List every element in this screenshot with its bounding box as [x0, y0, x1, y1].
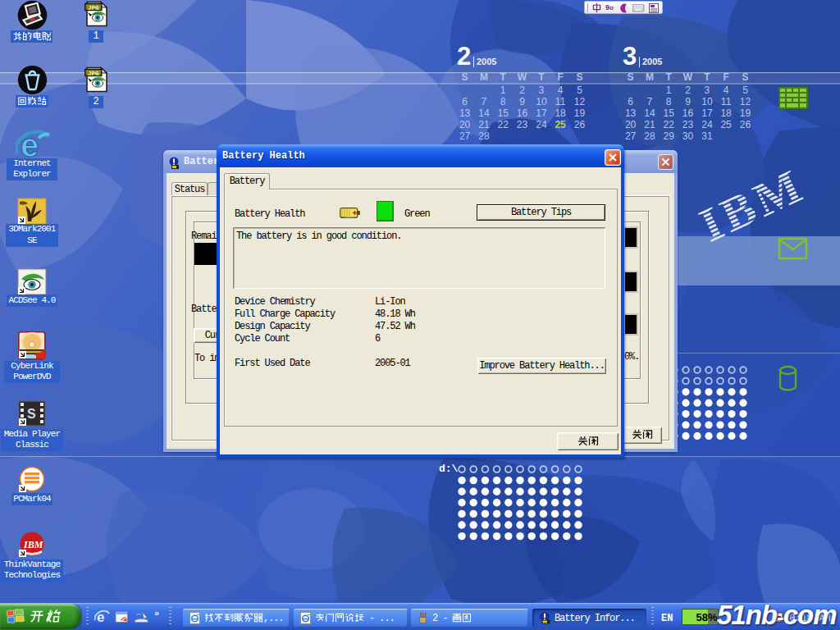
svg-text:IBM: IBM [23, 539, 43, 550]
svg-text:IBM: IBM [692, 157, 813, 248]
svg-text:e: e [97, 609, 104, 625]
svg-text:S: S [27, 407, 36, 421]
svg-text:JPG: JPG [88, 5, 99, 11]
svg-text:e: e [21, 130, 39, 161]
svg-text:JPG: JPG [88, 71, 99, 77]
